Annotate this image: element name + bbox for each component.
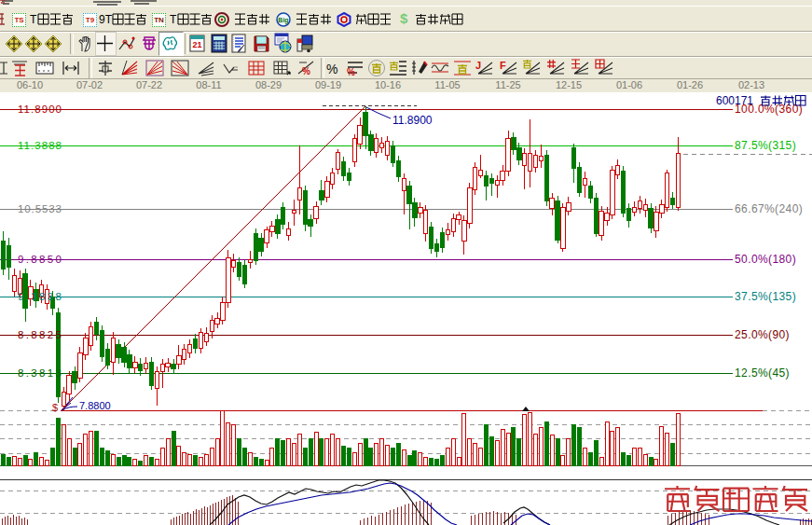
svg-text:9T: 9T xyxy=(99,13,113,26)
svg-text:11-05: 11-05 xyxy=(434,79,460,90)
svg-text:07-22: 07-22 xyxy=(136,79,162,90)
svg-text:%: % xyxy=(347,67,355,77)
svg-text:08-29: 08-29 xyxy=(255,79,282,90)
svg-text:11.8900: 11.8900 xyxy=(18,104,62,115)
svg-text:10.5533: 10.5533 xyxy=(18,203,62,214)
svg-text:Big: Big xyxy=(278,17,288,24)
svg-text:12-15: 12-15 xyxy=(556,79,582,90)
svg-text:37.5%(135): 37.5%(135) xyxy=(735,290,796,303)
svg-text:07-02: 07-02 xyxy=(76,79,103,90)
svg-text:%: % xyxy=(302,66,310,76)
svg-text:10-16: 10-16 xyxy=(375,79,401,90)
svg-text:11-25: 11-25 xyxy=(495,79,520,90)
svg-text:$: $ xyxy=(52,402,58,413)
svg-text:25.0%(90): 25.0%(90) xyxy=(735,328,790,341)
svg-text:11.8900: 11.8900 xyxy=(392,114,433,127)
svg-text:01-06: 01-06 xyxy=(616,79,642,90)
svg-text:T: T xyxy=(30,13,37,26)
svg-text:11.3888: 11.3888 xyxy=(18,140,62,151)
svg-text:01-26: 01-26 xyxy=(677,79,703,90)
svg-text:50.0%(180): 50.0%(180) xyxy=(735,253,796,266)
svg-text:%: % xyxy=(326,62,337,76)
svg-text:21: 21 xyxy=(192,40,201,49)
svg-text:T: T xyxy=(170,13,177,26)
svg-text:J: J xyxy=(475,60,481,71)
svg-text:12.5%(45): 12.5%(45) xyxy=(735,366,790,380)
svg-text:06-10: 06-10 xyxy=(17,79,43,90)
svg-text:87.5%(315): 87.5%(315) xyxy=(735,139,796,152)
svg-text:7.8800: 7.8800 xyxy=(79,400,111,411)
svg-text:09-19: 09-19 xyxy=(315,79,341,90)
svg-text:66.67%(240): 66.67%(240) xyxy=(735,202,803,215)
svg-text:600171: 600171 xyxy=(716,94,753,107)
svg-text:02-13: 02-13 xyxy=(738,79,764,90)
svg-text:F: F xyxy=(500,60,506,71)
svg-text:08-11: 08-11 xyxy=(196,79,221,90)
